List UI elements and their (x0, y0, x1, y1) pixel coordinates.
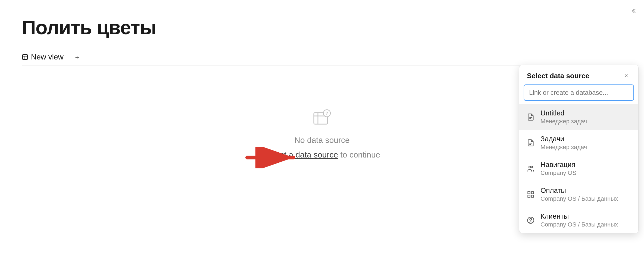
tab-new-view[interactable]: New view (22, 49, 64, 65)
tab-label: New view (31, 53, 64, 61)
dropdown-item[interactable]: Навигация Company OS (519, 156, 638, 181)
svg-rect-0 (23, 55, 27, 59)
svg-rect-18 (531, 195, 533, 197)
item-name: Untitled (540, 109, 587, 117)
page-title: Полить цветы (22, 16, 622, 39)
svg-rect-16 (531, 191, 533, 194)
dropdown-item[interactable]: Untitled Менеджер задач (519, 104, 638, 130)
dropdown-title: Select data source (527, 72, 589, 80)
search-input[interactable] (524, 84, 634, 101)
document-icon (526, 112, 536, 122)
circle-person-icon (526, 215, 536, 225)
no-data-title: No data source (294, 136, 349, 145)
item-subtitle: Company OS / Базы данных (540, 221, 618, 228)
item-subtitle: Менеджер задач (540, 118, 587, 125)
close-dropdown-button[interactable]: × (622, 71, 631, 80)
svg-point-14 (532, 166, 533, 168)
svg-point-13 (529, 166, 531, 168)
svg-point-20 (530, 218, 532, 220)
grid-icon (526, 190, 536, 199)
dropdown-item[interactable]: Оплаты Company OS / Базы данных (519, 181, 638, 207)
document-icon (526, 138, 536, 148)
no-data-source-icon: ? (311, 107, 333, 130)
item-subtitle: Company OS / Базы данных (540, 195, 618, 202)
collapse-button[interactable] (628, 5, 639, 16)
dropdown-item[interactable]: Задачи Менеджер задач (519, 130, 638, 156)
search-container (519, 84, 638, 104)
arrow-indicator (245, 147, 299, 168)
add-tab-button[interactable]: + (72, 52, 82, 62)
dropdown-header: Select data source × (519, 65, 638, 84)
select-data-source-panel: Select data source × Untitled Менеджер з… (519, 65, 639, 233)
item-name: Оплаты (540, 186, 618, 195)
item-subtitle: Менеджер задач (540, 144, 587, 151)
item-name: Навигация (540, 161, 576, 169)
svg-text:?: ? (326, 111, 328, 116)
users-icon (526, 164, 536, 174)
svg-rect-17 (528, 195, 530, 197)
item-name: Задачи (540, 135, 587, 143)
svg-rect-15 (528, 191, 530, 194)
item-name: Клиенты (540, 212, 618, 221)
dropdown-list: Untitled Менеджер задач Задачи Менеджер … (519, 104, 638, 233)
table-icon (22, 54, 28, 60)
tabs-bar: New view + (22, 49, 622, 65)
dropdown-item[interactable]: Клиенты Company OS / Базы данных (519, 207, 638, 233)
item-subtitle: Company OS (540, 169, 576, 177)
